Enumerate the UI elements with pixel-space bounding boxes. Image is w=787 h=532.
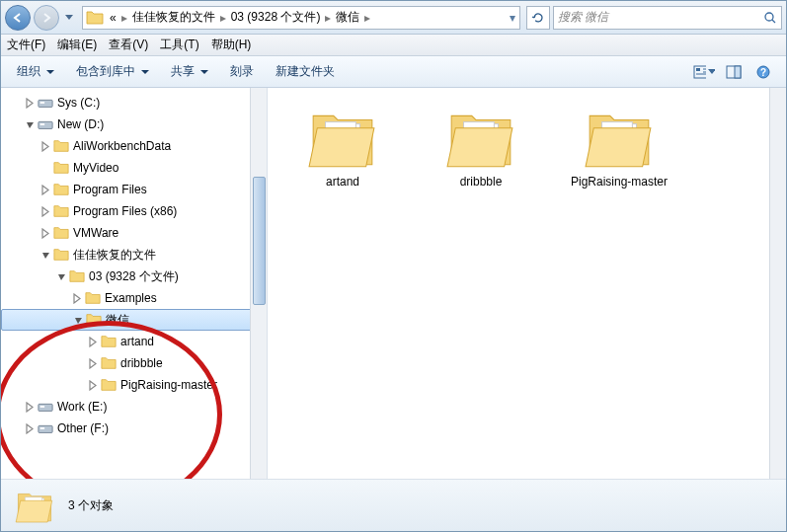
- breadcrumb-part[interactable]: 佳佳恢复的文件: [129, 9, 218, 26]
- folder-item[interactable]: PigRaising-master: [570, 108, 669, 190]
- expand-toggle[interactable]: [40, 163, 51, 174]
- expand-toggle[interactable]: [40, 185, 51, 195]
- menu-bar: 文件(F) 编辑(E) 查看(V) 工具(T) 帮助(H): [1, 35, 786, 56]
- folder-item[interactable]: dribbble: [432, 108, 530, 190]
- nav-history-dropdown[interactable]: [62, 5, 76, 31]
- back-button[interactable]: [5, 5, 31, 31]
- tree-item-label: PigRaising-master: [120, 378, 217, 392]
- menu-file[interactable]: 文件(F): [7, 37, 45, 53]
- tree-item[interactable]: 佳佳恢复的文件: [1, 244, 267, 266]
- menu-edit[interactable]: 编辑(E): [57, 37, 97, 53]
- folder-icon: [53, 247, 69, 263]
- drive-icon: [38, 116, 53, 132]
- tree-item[interactable]: MyVideo: [1, 157, 267, 179]
- breadcrumb-part[interactable]: 微信: [333, 9, 362, 26]
- expand-toggle[interactable]: [88, 380, 99, 391]
- tree-item[interactable]: dribbble: [1, 352, 267, 374]
- search-placeholder: 搜索 微信: [558, 9, 608, 26]
- tree-item[interactable]: 微信: [1, 309, 267, 331]
- forward-button[interactable]: [34, 5, 59, 31]
- tree-item[interactable]: New (D:): [1, 114, 267, 135]
- search-input[interactable]: 搜索 微信: [553, 6, 782, 30]
- expand-toggle[interactable]: [88, 358, 99, 369]
- help-button[interactable]: ?: [752, 61, 774, 83]
- status-text: 3 个对象: [68, 497, 114, 514]
- breadcrumb[interactable]: « ▸ 佳佳恢复的文件 ▸ 03 (9328 个文件) ▸ 微信 ▸ ▾: [82, 6, 520, 30]
- expand-toggle[interactable]: [72, 293, 83, 304]
- burn-button[interactable]: 刻录: [222, 60, 262, 83]
- folder-tree: Sys (C:)New (D:)AliWorkbenchDataMyVideoP…: [1, 88, 268, 479]
- expand-toggle[interactable]: [25, 119, 36, 130]
- folder-icon: [85, 290, 101, 306]
- tree-scrollbar[interactable]: [250, 88, 267, 479]
- refresh-button[interactable]: [526, 6, 550, 30]
- file-list[interactable]: artanddribbblePigRaising-master: [268, 88, 786, 479]
- tree-item[interactable]: Examples: [1, 287, 267, 309]
- tree-item-label: New (D:): [57, 117, 104, 131]
- tree-item-label: Work (E:): [57, 400, 107, 414]
- include-library-button[interactable]: 包含到库中: [68, 60, 157, 83]
- search-icon: [763, 11, 777, 25]
- tree-item[interactable]: artand: [1, 331, 267, 352]
- tree-item-label: 微信: [106, 312, 129, 329]
- tree-item-label: Sys (C:): [57, 96, 100, 110]
- folder-label: artand: [326, 175, 359, 190]
- breadcrumb-overflow[interactable]: «: [107, 11, 119, 25]
- refresh-icon: [531, 11, 545, 25]
- expand-toggle[interactable]: [25, 402, 36, 413]
- tree-item[interactable]: Other (F:): [1, 418, 267, 439]
- expand-toggle[interactable]: [25, 423, 36, 434]
- svg-text:?: ?: [760, 67, 766, 78]
- tree-item-label: 佳佳恢复的文件: [73, 247, 156, 264]
- expand-toggle[interactable]: [40, 206, 51, 217]
- chevron-right-icon: ▸: [362, 11, 372, 25]
- share-button[interactable]: 共享: [163, 60, 216, 83]
- tree-item[interactable]: Work (E:): [1, 396, 267, 418]
- drive-icon: [38, 420, 53, 436]
- tree-item[interactable]: Program Files: [1, 179, 267, 200]
- folder-icon: [53, 225, 69, 241]
- main-scrollbar[interactable]: [769, 88, 786, 479]
- menu-help[interactable]: 帮助(H): [211, 37, 252, 53]
- expand-toggle[interactable]: [56, 271, 67, 282]
- expand-toggle[interactable]: [40, 141, 51, 152]
- tree-item[interactable]: Sys (C:): [1, 92, 267, 114]
- folder-icon: [53, 138, 69, 154]
- folder-item[interactable]: artand: [293, 108, 392, 190]
- tree-item[interactable]: 03 (9328 个文件): [1, 266, 267, 287]
- tree-item-label: Other (F:): [57, 421, 109, 435]
- expand-toggle[interactable]: [73, 315, 84, 326]
- folder-icon: [101, 334, 117, 349]
- folder-icon: [53, 160, 69, 176]
- tree-item[interactable]: PigRaising-master: [1, 374, 267, 396]
- folder-label: PigRaising-master: [571, 175, 668, 190]
- tree-item-label: artand: [120, 335, 154, 348]
- folder-icon: [307, 108, 378, 169]
- breadcrumb-part[interactable]: 03 (9328 个文件): [228, 9, 324, 26]
- tree-item[interactable]: VMWare: [1, 222, 267, 244]
- expand-toggle[interactable]: [40, 250, 51, 261]
- tree-item-label: Examples: [105, 291, 157, 305]
- folder-label: dribbble: [460, 175, 503, 190]
- view-options-button[interactable]: [693, 61, 715, 83]
- expand-toggle[interactable]: [25, 98, 36, 109]
- preview-pane-button[interactable]: [723, 61, 745, 83]
- tree-item-label: dribbble: [120, 356, 163, 370]
- scrollbar-thumb[interactable]: [253, 177, 266, 305]
- folder-icon: [53, 203, 69, 219]
- folder-icon: [53, 182, 69, 197]
- content-area: Sys (C:)New (D:)AliWorkbenchDataMyVideoP…: [1, 88, 786, 479]
- expand-toggle[interactable]: [88, 337, 99, 347]
- menu-tools[interactable]: 工具(T): [160, 37, 198, 53]
- tree-item[interactable]: Program Files (x86): [1, 200, 267, 222]
- chevron-right-icon: ▸: [323, 11, 333, 25]
- expand-toggle[interactable]: [40, 228, 51, 239]
- new-folder-button[interactable]: 新建文件夹: [268, 60, 343, 83]
- nav-bar: « ▸ 佳佳恢复的文件 ▸ 03 (9328 个文件) ▸ 微信 ▸ ▾ 搜索 …: [1, 1, 786, 35]
- chevron-down-icon[interactable]: ▾: [506, 11, 519, 25]
- organize-button[interactable]: 组织: [9, 60, 62, 83]
- tree-item-label: 03 (9328 个文件): [89, 268, 179, 285]
- menu-view[interactable]: 查看(V): [109, 37, 148, 53]
- tree-item-label: Program Files (x86): [73, 204, 177, 218]
- tree-item[interactable]: AliWorkbenchData: [1, 135, 267, 157]
